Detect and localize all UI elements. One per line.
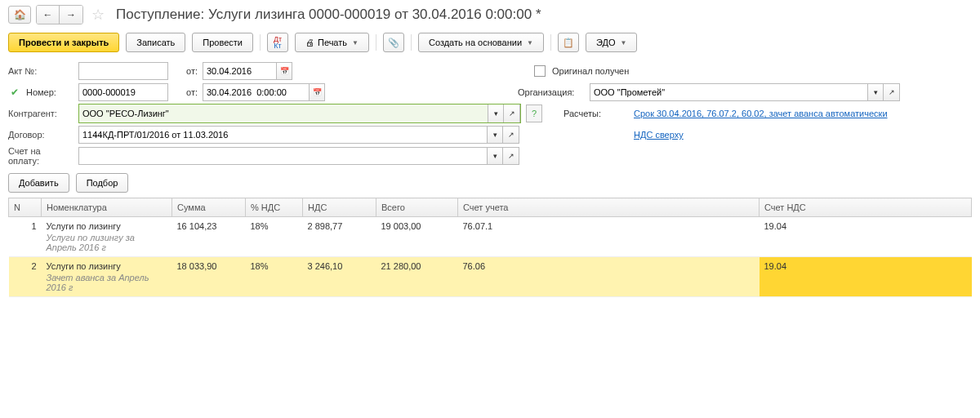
dropdown-icon[interactable]: ▾ bbox=[487, 147, 503, 165]
attach-button[interactable]: 📎 bbox=[383, 33, 404, 52]
table-row[interactable]: 2 Услуги по лизингуЗачет аванса за Апрел… bbox=[9, 257, 972, 297]
calendar-icon[interactable]: 📅 bbox=[276, 62, 292, 80]
contract-input[interactable] bbox=[78, 126, 487, 144]
help-button[interactable]: ? bbox=[526, 104, 542, 122]
dtkt-button[interactable]: ДтКт bbox=[267, 33, 288, 52]
act-no-input[interactable] bbox=[78, 62, 168, 80]
col-vat[interactable]: НДС bbox=[303, 198, 376, 217]
contragent-label: Контрагент: bbox=[8, 109, 74, 118]
col-vat-pct[interactable]: % НДС bbox=[246, 198, 303, 217]
calc-label: Расчеты: bbox=[564, 109, 629, 118]
number-input[interactable] bbox=[78, 83, 168, 101]
original-received-checkbox[interactable] bbox=[534, 65, 546, 77]
open-icon[interactable]: ↗ bbox=[504, 104, 520, 122]
select-row-button[interactable]: Подбор bbox=[76, 173, 129, 193]
org-input[interactable] bbox=[590, 83, 867, 101]
col-account[interactable]: Счет учета bbox=[458, 198, 760, 217]
dropdown-icon[interactable]: ▾ bbox=[488, 104, 504, 122]
col-n[interactable]: N bbox=[9, 198, 42, 217]
home-button[interactable]: 🏠 bbox=[8, 6, 31, 24]
edo-button[interactable]: ЭДО▼ bbox=[586, 33, 637, 52]
contract-label: Договор: bbox=[8, 130, 74, 140]
open-icon[interactable]: ↗ bbox=[503, 126, 519, 144]
invoice-label: Счет на оплату: bbox=[8, 146, 74, 166]
open-icon[interactable]: ↗ bbox=[884, 83, 900, 101]
page-title: Поступление: Услуги лизинга 0000-000019 … bbox=[116, 7, 541, 23]
act-from-label: от: bbox=[173, 66, 198, 76]
create-based-button[interactable]: Создать на основании▼ bbox=[418, 33, 544, 52]
items-table: N Номенклатура Сумма % НДС НДС Всего Сче… bbox=[8, 198, 972, 297]
act-date-input[interactable] bbox=[203, 62, 276, 80]
favorite-icon[interactable]: ☆ bbox=[91, 6, 105, 24]
original-received-label: Оригинал получен bbox=[552, 66, 629, 76]
calendar-icon[interactable]: 📅 bbox=[309, 83, 325, 101]
print-button[interactable]: 🖨 Печать▼ bbox=[295, 33, 369, 52]
number-label: Номер: bbox=[26, 87, 74, 97]
edo-list-button[interactable]: 📋 bbox=[558, 33, 579, 52]
status-icon: ✔ bbox=[8, 86, 21, 99]
act-no-label: Акт №: bbox=[8, 66, 74, 76]
col-sum[interactable]: Сумма bbox=[172, 198, 246, 217]
col-nomenclature[interactable]: Номенклатура bbox=[42, 198, 172, 217]
open-icon[interactable]: ↗ bbox=[503, 147, 519, 165]
save-button[interactable]: Записать bbox=[126, 33, 185, 52]
back-button[interactable]: ← bbox=[37, 6, 60, 24]
forward-button[interactable]: → bbox=[60, 6, 82, 24]
table-row[interactable]: 1 Услуги по лизингуУслуги по лизингу за … bbox=[9, 217, 972, 257]
post-and-close-button[interactable]: Провести и закрыть bbox=[8, 33, 119, 52]
org-label: Организация: bbox=[518, 87, 583, 97]
contragent-input[interactable] bbox=[79, 104, 488, 122]
invoice-input[interactable] bbox=[78, 147, 487, 165]
doc-date-input[interactable] bbox=[203, 83, 309, 101]
post-button[interactable]: Провести bbox=[192, 33, 253, 52]
calc-link[interactable]: Срок 30.04.2016, 76.07.2, 60.02, зачет а… bbox=[634, 109, 888, 118]
doc-from-label: от: bbox=[173, 87, 198, 97]
dropdown-icon[interactable]: ▾ bbox=[867, 83, 884, 101]
vat-link[interactable]: НДС сверху bbox=[634, 130, 684, 140]
col-vat-acc[interactable]: Счет НДС bbox=[760, 198, 972, 217]
dropdown-icon[interactable]: ▾ bbox=[487, 126, 503, 144]
add-row-button[interactable]: Добавить bbox=[8, 173, 69, 193]
col-total[interactable]: Всего bbox=[376, 198, 458, 217]
